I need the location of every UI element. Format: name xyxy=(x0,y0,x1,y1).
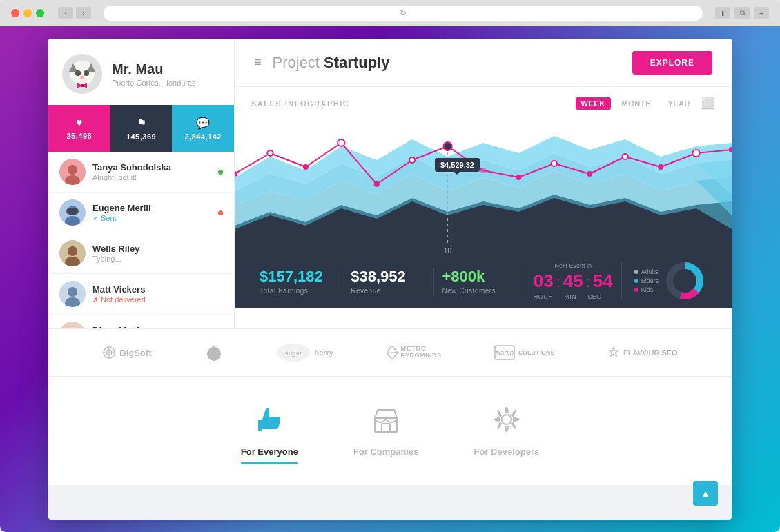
add-tab-button[interactable]: + xyxy=(754,7,769,19)
likes-stat[interactable]: ♥ 25,498 xyxy=(48,105,110,152)
chart-svg: 10 $4,529.32 xyxy=(235,115,732,253)
back-button[interactable]: ‹ xyxy=(58,7,73,19)
page-title: Project Startuply xyxy=(273,54,390,72)
chart-title: SALES INFOGRAPHIC xyxy=(251,99,349,108)
march-solutions-label: SOLUTIONS xyxy=(518,349,555,356)
chat-status: ✓ Sent xyxy=(92,214,211,223)
chat-item[interactable]: Eugene Merill ✓ Sent xyxy=(48,193,234,233)
messages-stat[interactable]: 💬 2,844,142 xyxy=(172,105,234,152)
svg-point-39 xyxy=(692,150,699,157)
donut-block: Adults Elders Kids xyxy=(622,260,715,302)
min-label: MIN xyxy=(564,293,576,300)
feature-developers[interactable]: For Developers xyxy=(474,404,540,464)
chat-avatar xyxy=(59,281,86,307)
checkmark-icon: ✓ xyxy=(92,214,99,223)
svg-point-6 xyxy=(80,76,84,79)
partners-bar: BigSoft sugar berry xyxy=(48,328,732,377)
close-button[interactable] xyxy=(11,9,19,17)
donut-label-adults: Adults xyxy=(641,268,659,275)
filter-week[interactable]: WEEK xyxy=(576,97,611,110)
main-content: ≡ Project Startuply EXPLORE SALES INFOGR… xyxy=(235,39,732,328)
filter-year[interactable]: YEAR xyxy=(662,97,696,110)
partner-bigsoft[interactable]: BigSoft xyxy=(102,346,151,359)
profile-section: Mr. Mau Puerto Cortes, Honduras xyxy=(48,39,234,105)
menu-icon[interactable]: ≡ xyxy=(254,55,262,70)
svg-point-53 xyxy=(215,345,218,348)
hour-label: HOUR xyxy=(534,293,554,300)
partner-flavourseo[interactable]: FLAVOUR SEO xyxy=(607,346,678,359)
revenue-block: $38,952 Revenue xyxy=(342,268,433,295)
metro-icon xyxy=(387,346,398,359)
partner-sugarberry[interactable]: sugar berry xyxy=(276,343,333,362)
chart-filters: WEEK MONTH YEAR ⬜ xyxy=(576,97,715,110)
chart-header: SALES INFOGRAPHIC WEEK MONTH YEAR ⬜ xyxy=(235,87,732,115)
avatar xyxy=(62,54,102,94)
share-icon[interactable]: ⬜ xyxy=(701,97,715,110)
svg-point-35 xyxy=(552,161,557,166)
chat-item[interactable]: Tanya Suhodolska Alright, got it! xyxy=(48,152,234,193)
donut-label-elders: Elders xyxy=(641,277,659,284)
maximize-button[interactable] xyxy=(36,9,44,17)
chat-list: Tanya Suhodolska Alright, got it! Eugene… xyxy=(48,152,234,328)
features-section: For Everyone For Companies xyxy=(48,377,732,485)
svg-point-5 xyxy=(84,70,89,76)
tab-button[interactable]: ⧉ xyxy=(734,7,750,19)
chat-item[interactable]: Divya Manian You can download it on git.… xyxy=(48,315,234,328)
explore-button[interactable]: EXPLORE xyxy=(632,51,712,75)
back-to-top-button[interactable]: ▲ xyxy=(693,481,718,506)
total-earnings-label: Total Earnings xyxy=(260,287,333,295)
gear-icon xyxy=(491,404,522,441)
partner-march[interactable]: March SOLUTIONS xyxy=(494,345,555,360)
svg-text:10: 10 xyxy=(444,247,452,253)
chat-avatar xyxy=(59,159,86,185)
feature-companies[interactable]: For Companies xyxy=(353,404,419,464)
chat-item[interactable]: Matt Vickers ✗ Not delivered xyxy=(48,274,234,315)
metro-label: METRO PYROMINDS xyxy=(401,346,442,359)
partner-bomb[interactable] xyxy=(204,343,224,362)
chat-status: Typing... xyxy=(92,255,223,263)
bigsoft-label: BigSoft xyxy=(119,348,151,358)
feature-everyone[interactable]: For Everyone xyxy=(241,404,298,464)
chat-name: Eugene Merill xyxy=(92,203,211,213)
svg-point-30 xyxy=(374,181,380,187)
x-icon: ✗ xyxy=(92,295,99,304)
next-event-label: Next Event in xyxy=(534,262,613,269)
chevron-up-icon: ▲ xyxy=(701,488,710,499)
timer-labels: HOUR MIN SEC xyxy=(534,293,613,300)
svg-point-27 xyxy=(267,150,273,156)
svg-point-38 xyxy=(658,164,663,170)
chat-info: Divya Manian You can download it on git.… xyxy=(92,325,211,328)
minimize-button[interactable] xyxy=(23,9,32,17)
followers-stat[interactable]: ⚑ 145,369 xyxy=(110,105,173,152)
dot xyxy=(218,210,223,215)
donut-chart xyxy=(664,260,705,302)
bigsoft-icon xyxy=(102,346,116,359)
chat-avatar xyxy=(59,240,86,266)
svg-text:March: March xyxy=(496,349,514,356)
chat-item[interactable]: Wells Riley Typing... xyxy=(48,233,234,274)
svg-point-42 xyxy=(443,142,451,150)
forward-button[interactable]: › xyxy=(76,7,91,19)
svg-point-29 xyxy=(338,139,344,146)
revenue-value: $38,952 xyxy=(351,268,425,286)
total-earnings-block: $157,182 Total Earnings xyxy=(251,268,342,295)
chat-info: Matt Vickers ✗ Not delivered xyxy=(92,284,223,304)
sec-label: SEC xyxy=(587,293,601,300)
feature-companies-label: For Companies xyxy=(353,446,419,457)
chat-status: ✗ Not delivered xyxy=(92,295,223,304)
revenue-label: Revenue xyxy=(351,287,425,295)
filter-month[interactable]: MONTH xyxy=(616,97,657,110)
chat-status: Alright, got it! xyxy=(92,173,211,181)
partner-metro[interactable]: METRO PYROMINDS xyxy=(387,346,442,359)
sugarberry-icon: sugar xyxy=(276,343,311,362)
donut-label-kids: Kids xyxy=(641,286,654,293)
total-earnings-value: $157,182 xyxy=(260,268,333,286)
timer-colon-1: : xyxy=(556,273,560,291)
url-bar[interactable]: ↻ xyxy=(104,6,703,21)
messages-value: 2,844,142 xyxy=(184,132,221,141)
feature-underline xyxy=(241,462,298,464)
march-icon: March xyxy=(494,345,515,360)
chat-avatar xyxy=(59,199,86,226)
share-button[interactable]: ⬆ xyxy=(715,7,730,19)
main-header: ≡ Project Startuply EXPLORE xyxy=(235,39,732,87)
